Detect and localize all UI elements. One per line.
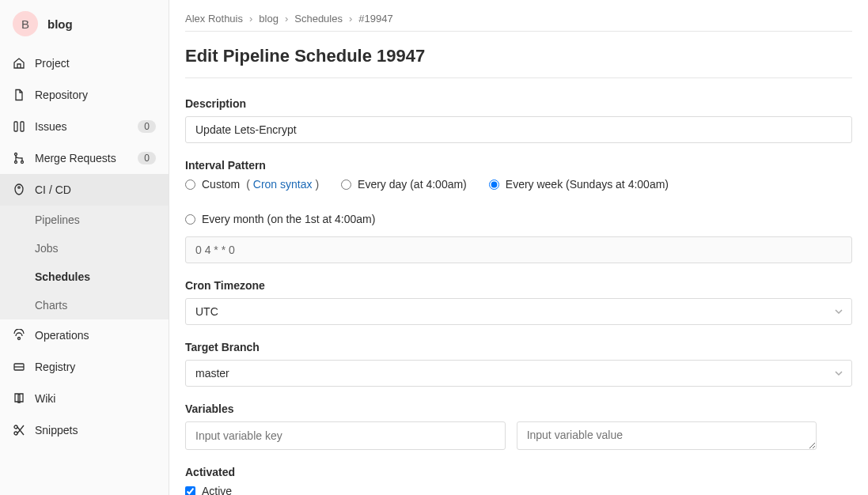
interval-daily-label: Every day (at 4:00am) <box>358 178 467 191</box>
active-checkbox[interactable] <box>185 486 195 496</box>
sidebar-item-merge-requests[interactable]: Merge Requests 0 <box>0 142 169 174</box>
page-title: Edit Pipeline Schedule 19947 <box>185 46 852 66</box>
interval-daily-radio[interactable] <box>341 179 351 190</box>
timezone-label: Cron Timezone <box>185 279 852 292</box>
rocket-icon <box>13 183 25 196</box>
active-checkbox-row[interactable]: Active <box>185 485 852 495</box>
variables-label: Variables <box>185 402 852 415</box>
svg-point-3 <box>15 161 17 164</box>
breadcrumb-section[interactable]: Schedules <box>294 13 343 25</box>
operations-icon <box>13 329 25 342</box>
sidebar-item-registry[interactable]: Registry <box>0 351 169 383</box>
sidebar-item-label: Registry <box>35 361 75 373</box>
interval-radio-group: Custom ( Cron syntax ) Every day (at 4:0… <box>185 178 852 225</box>
sidebar: B blog Project Repository Issues 0 Merge… <box>0 0 169 495</box>
interval-label: Interval Pattern <box>185 159 852 172</box>
sidebar-item-wiki[interactable]: Wiki <box>0 383 169 414</box>
svg-point-8 <box>14 425 17 429</box>
book-icon <box>13 392 25 405</box>
sidebar-item-cicd[interactable]: CI / CD <box>0 174 169 206</box>
active-label: Active <box>202 485 232 495</box>
description-input[interactable] <box>185 116 852 143</box>
breadcrumb: Alex Rothuis › blog › Schedules › #19947 <box>185 13 852 32</box>
interval-custom-label: Custom <box>202 178 240 191</box>
interval-custom[interactable]: Custom ( Cron syntax ) <box>185 178 319 191</box>
interval-monthly-label: Every month (on the 1st at 4:00am) <box>202 213 375 225</box>
interval-monthly-radio[interactable] <box>185 214 195 225</box>
svg-point-5 <box>18 187 20 188</box>
variable-value-input[interactable] <box>517 421 817 450</box>
chevron-right-icon: › <box>349 13 352 25</box>
divider <box>185 77 852 78</box>
sidebar-item-label: Operations <box>35 329 89 342</box>
sidebar-sub-schedules[interactable]: Schedules <box>0 263 169 291</box>
sidebar-item-label: Merge Requests <box>35 152 116 164</box>
breadcrumb-id[interactable]: #19947 <box>358 13 392 25</box>
chevron-right-icon: › <box>285 13 288 25</box>
sidebar-item-label: Snippets <box>35 424 78 436</box>
breadcrumb-project[interactable]: blog <box>259 13 279 25</box>
issues-count-badge: 0 <box>138 120 156 133</box>
sidebar-item-repository[interactable]: Repository <box>0 79 169 111</box>
interval-monthly[interactable]: Every month (on the 1st at 4:00am) <box>185 213 375 225</box>
svg-rect-0 <box>14 122 17 131</box>
svg-point-6 <box>18 338 21 340</box>
issues-icon <box>13 120 25 133</box>
interval-daily[interactable]: Every day (at 4:00am) <box>341 178 467 191</box>
interval-weekly-radio[interactable] <box>489 179 499 190</box>
registry-icon <box>13 361 25 373</box>
svg-point-4 <box>21 161 24 164</box>
project-name: blog <box>47 17 73 31</box>
svg-point-2 <box>15 153 17 156</box>
sidebar-item-snippets[interactable]: Snippets <box>0 414 169 446</box>
timezone-select[interactable]: UTC <box>185 298 852 325</box>
sidebar-sub-pipelines[interactable]: Pipelines <box>0 206 169 234</box>
sidebar-section-cicd: CI / CD Pipelines Jobs Schedules Charts <box>0 174 169 319</box>
file-icon <box>13 89 25 101</box>
sidebar-item-project[interactable]: Project <box>0 47 169 79</box>
interval-weekly-label: Every week (Sundays at 4:00am) <box>506 178 669 191</box>
sidebar-item-issues[interactable]: Issues 0 <box>0 111 169 142</box>
svg-rect-1 <box>21 122 24 131</box>
activated-label: Activated <box>185 466 852 478</box>
interval-custom-radio[interactable] <box>185 179 195 190</box>
breadcrumb-user[interactable]: Alex Rothuis <box>185 13 243 25</box>
sidebar-item-label: Wiki <box>35 392 55 405</box>
project-avatar: B <box>13 11 38 36</box>
variable-key-input[interactable] <box>185 421 506 450</box>
description-label: Description <box>185 97 852 110</box>
cron-pattern-input[interactable] <box>185 236 852 263</box>
sidebar-item-operations[interactable]: Operations <box>0 319 169 351</box>
mr-count-badge: 0 <box>138 152 156 164</box>
chevron-right-icon: › <box>249 13 252 25</box>
cron-syntax-link[interactable]: Cron syntax <box>253 178 313 191</box>
sidebar-sub-charts[interactable]: Charts <box>0 291 169 319</box>
main-content: Alex Rothuis › blog › Schedules › #19947… <box>169 0 868 495</box>
interval-weekly[interactable]: Every week (Sundays at 4:00am) <box>489 178 669 191</box>
svg-point-9 <box>14 432 17 435</box>
scissors-icon <box>13 424 25 436</box>
merge-icon <box>13 152 25 164</box>
sidebar-item-label: CI / CD <box>35 183 71 196</box>
branch-label: Target Branch <box>185 341 852 353</box>
sidebar-item-label: Issues <box>35 120 66 133</box>
branch-select[interactable]: master <box>185 360 852 387</box>
sidebar-sub-jobs[interactable]: Jobs <box>0 234 169 263</box>
sidebar-item-label: Repository <box>35 89 88 101</box>
sidebar-item-label: Project <box>35 57 70 70</box>
sidebar-header: B blog <box>0 0 169 47</box>
home-icon <box>13 57 25 70</box>
